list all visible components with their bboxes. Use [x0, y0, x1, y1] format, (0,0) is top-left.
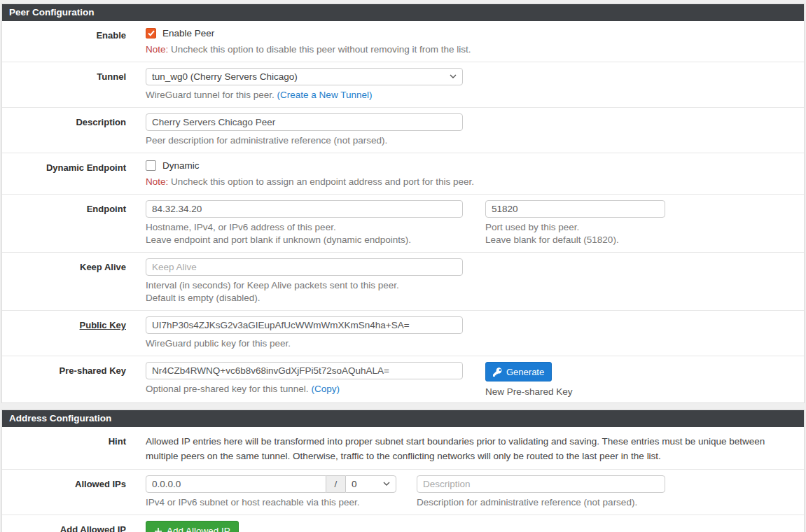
- endpoint-port-help-line2: Leave blank for default (51820).: [485, 234, 797, 246]
- add-allowed-ip-row: Add Allowed IP Add Allowed IP: [2, 515, 804, 532]
- address-configuration-panel: Address Configuration Hint Allowed IP en…: [1, 410, 805, 532]
- add-allowed-ip-button-label: Add Allowed IP: [167, 526, 230, 532]
- keep-alive-label: Keep Alive: [2, 258, 146, 304]
- note-prefix: Note:: [146, 44, 168, 55]
- generate-button-label: Generate: [506, 367, 544, 377]
- endpoint-port-help-line1: Port used by this peer.: [485, 221, 797, 234]
- endpoint-address-help-line1: Hostname, IPv4, or IPv6 address of this …: [146, 221, 485, 234]
- keep-alive-help: Interval (in seconds) for Keep Alive pac…: [146, 279, 797, 304]
- dynamic-endpoint-label: Dynamic Endpoint: [2, 159, 146, 188]
- enable-note: Note: Uncheck this option to disable thi…: [146, 43, 797, 56]
- enable-row: Enable Enable Peer Note: Uncheck this op…: [2, 21, 804, 62]
- dynamic-checkbox-label: Dynamic: [162, 160, 200, 172]
- tunnel-help: WireGuard tunnel for this peer. (Create …: [146, 89, 797, 102]
- preshared-key-row: Pre-shared Key Optional pre-shared key f…: [2, 356, 804, 402]
- endpoint-port-input[interactable]: [485, 200, 665, 218]
- hint-label: Hint: [2, 433, 146, 463]
- endpoint-row: Endpoint Hostname, IPv4, or IPv6 address…: [2, 195, 804, 253]
- allowed-ip-prefix-select[interactable]: 0: [345, 475, 396, 493]
- add-allowed-ip-label: Add Allowed IP: [2, 521, 146, 532]
- create-new-tunnel-link[interactable]: (Create a New Tunnel): [277, 90, 373, 100]
- enable-peer-checkbox[interactable]: [146, 28, 156, 38]
- description-row: Description Peer description for adminis…: [2, 108, 804, 153]
- endpoint-port-help: Port used by this peer. Leave blank for …: [485, 221, 797, 246]
- note-text: Uncheck this option to assign an endpoin…: [168, 176, 474, 187]
- subnet-separator: /: [326, 475, 345, 493]
- description-help: Peer description for administrative refe…: [146, 134, 797, 147]
- hint-text: Allowed IP entries here will be transfor…: [146, 433, 797, 463]
- copy-link[interactable]: (Copy): [311, 384, 340, 394]
- keep-alive-row: Keep Alive Interval (in seconds) for Kee…: [2, 253, 804, 311]
- enable-peer-checkbox-label: Enable Peer: [162, 28, 214, 39]
- dynamic-endpoint-row: Dynamic Endpoint Dynamic Note: Uncheck t…: [2, 153, 804, 195]
- generate-caption: New Pre-shared Key: [485, 386, 797, 397]
- public-key-label: Public Key: [2, 316, 146, 350]
- generate-button[interactable]: Generate: [485, 362, 552, 382]
- description-input[interactable]: [146, 113, 463, 131]
- note-prefix: Note:: [146, 176, 168, 187]
- keep-alive-help-line2: Default is empty (disabled).: [146, 292, 797, 304]
- plus-icon: [154, 527, 162, 532]
- add-allowed-ip-button[interactable]: Add Allowed IP: [146, 521, 239, 532]
- peer-configuration-panel: Peer Configuration Enable Enable Peer No…: [1, 4, 805, 403]
- check-icon: [148, 30, 155, 36]
- allowed-ip-address-help: IPv4 or IPv6 subnet or host reachable vi…: [146, 496, 417, 509]
- allowed-ips-row: Allowed IPs / 0 IPv4 or IPv6 subnet: [2, 470, 804, 515]
- allowed-ip-description-input[interactable]: [417, 475, 665, 493]
- allowed-ips-label: Allowed IPs: [2, 475, 146, 509]
- public-key-input[interactable]: [146, 316, 463, 334]
- dynamic-endpoint-note: Note: Uncheck this option to assign an e…: [146, 176, 797, 188]
- enable-label: Enable: [2, 27, 146, 56]
- tunnel-help-text: WireGuard tunnel for this peer.: [146, 90, 277, 100]
- panel-title-address-configuration: Address Configuration: [2, 410, 804, 427]
- description-label: Description: [2, 113, 146, 147]
- note-text: Uncheck this option to disable this peer…: [168, 44, 471, 55]
- panel-title-peer-configuration: Peer Configuration: [2, 4, 804, 21]
- endpoint-address-help: Hostname, IPv4, or IPv6 address of this …: [146, 221, 485, 246]
- endpoint-address-help-line2: Leave endpoint and port blank if unknown…: [146, 234, 485, 246]
- endpoint-address-input[interactable]: [146, 200, 463, 218]
- key-icon: [493, 368, 502, 377]
- tunnel-label: Tunnel: [2, 68, 146, 102]
- preshared-key-help: Optional pre-shared key for this tunnel.…: [146, 383, 485, 396]
- tunnel-select[interactable]: tun_wg0 (Cherry Servers Chicago): [146, 68, 463, 85]
- public-key-help: WireGuard public key for this peer.: [146, 337, 797, 350]
- public-key-row: Public Key WireGuard public key for this…: [2, 311, 804, 356]
- keep-alive-help-line1: Interval (in seconds) for Keep Alive pac…: [146, 279, 797, 292]
- keep-alive-input[interactable]: [146, 258, 463, 276]
- allowed-ip-address-input[interactable]: [146, 475, 326, 493]
- endpoint-label: Endpoint: [2, 200, 146, 246]
- allowed-ip-description-help: Description for administrative reference…: [417, 496, 797, 509]
- preshared-key-label: Pre-shared Key: [2, 362, 146, 397]
- preshared-key-input[interactable]: [146, 362, 463, 379]
- preshared-key-help-text: Optional pre-shared key for this tunnel.: [146, 384, 311, 394]
- hint-row: Hint Allowed IP entries here will be tra…: [2, 427, 804, 470]
- tunnel-row: Tunnel tun_wg0 (Cherry Servers Chicago) …: [2, 62, 804, 108]
- dynamic-checkbox[interactable]: [146, 160, 156, 171]
